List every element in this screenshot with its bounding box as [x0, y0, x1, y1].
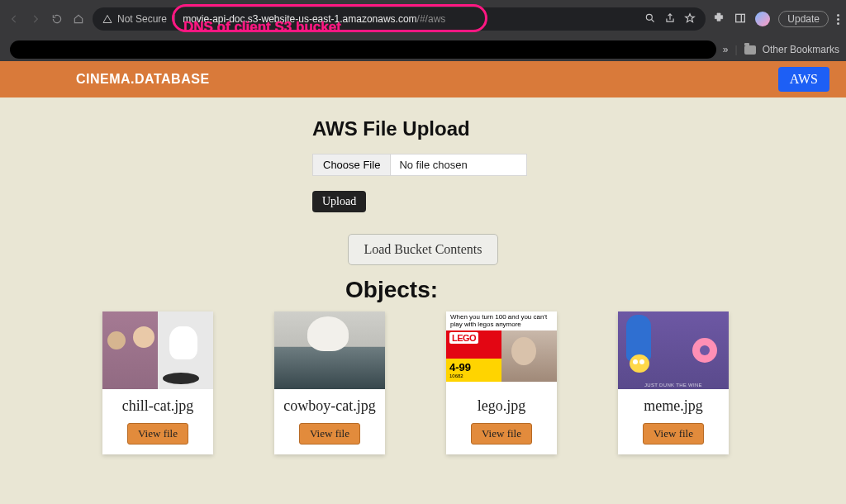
object-card: When you turn 100 and you can't play wit… — [446, 311, 557, 454]
view-file-button[interactable]: View file — [299, 423, 360, 445]
object-filename: cowboy-cat.jpg — [279, 397, 380, 415]
bookmarks-overflow-icon[interactable]: » — [723, 44, 729, 55]
view-file-button[interactable]: View file — [643, 423, 704, 445]
security-indicator[interactable]: Not Secure — [102, 13, 167, 25]
panel-icon[interactable] — [734, 12, 747, 27]
file-input[interactable]: Choose File No file chosen — [312, 154, 527, 176]
object-card: cowboy-cat.jpg View file — [274, 311, 385, 454]
meme-caption: When you turn 100 and you can't play wit… — [446, 311, 557, 330]
security-label: Not Secure — [117, 13, 167, 25]
update-button[interactable]: Update — [778, 11, 829, 27]
menu-icon[interactable] — [837, 14, 839, 25]
object-filename: lego.jpg — [451, 397, 552, 415]
page-title: AWS File Upload — [312, 117, 544, 140]
load-bucket-button[interactable]: Load Bucket Contents — [348, 234, 497, 265]
objects-heading: Objects: — [345, 277, 846, 303]
redacted-bookmarks-region — [10, 40, 716, 59]
share-icon[interactable] — [664, 12, 676, 26]
app-header: CINEMA.DATABASE AWS — [0, 61, 846, 97]
lego-set-number: 10682 — [449, 373, 471, 378]
object-filename: chill-cat.jpg — [107, 397, 208, 415]
svg-point-0 — [647, 14, 653, 20]
lego-age-range: 4-9910682 — [449, 361, 471, 378]
bookmarks-bar: » | Other Bookmarks — [0, 38, 846, 61]
page-content: AWS File Upload Choose File No file chos… — [0, 97, 846, 454]
update-label: Update — [787, 13, 820, 25]
profile-avatar[interactable] — [755, 12, 770, 26]
file-chosen-status: No file chosen — [391, 155, 475, 175]
url-host: movie-api-doc.s3-website-us-east-1.amazo… — [183, 13, 416, 25]
brand-title: CINEMA.DATABASE — [76, 72, 210, 87]
thumbnail-image: JUST DUNK THE WINE — [618, 311, 729, 389]
forward-button[interactable] — [28, 12, 43, 26]
upload-button[interactable]: Upload — [312, 191, 366, 212]
object-card: JUST DUNK THE WINE meme.jpg View file — [618, 311, 729, 454]
home-button[interactable] — [71, 12, 86, 26]
object-card: chill-cat.jpg View file — [102, 311, 213, 454]
object-filename: meme.jpg — [623, 397, 724, 415]
reload-button[interactable] — [50, 12, 64, 26]
thumbnail-image — [102, 311, 213, 389]
browser-toolbar: Not Secure | movie-api-doc.s3-website-us… — [0, 0, 846, 38]
bookmark-star-icon[interactable] — [684, 12, 696, 26]
objects-grid: chill-cat.jpg View file cowboy-cat.jpg V… — [0, 311, 846, 454]
lego-age-text: 4-99 — [449, 361, 471, 373]
aws-nav-button[interactable]: AWS — [778, 67, 829, 92]
extensions-icon[interactable] — [712, 12, 725, 27]
thumbnail-image: When you turn 100 and you can't play wit… — [446, 311, 557, 389]
address-bar[interactable]: Not Secure | movie-api-doc.s3-website-us… — [93, 7, 706, 31]
view-file-button[interactable]: View file — [127, 423, 188, 445]
lego-logo: LEGO — [449, 332, 478, 344]
view-file-button[interactable]: View file — [471, 423, 532, 445]
url-text: movie-api-doc.s3-website-us-east-1.amazo… — [183, 13, 445, 25]
back-button[interactable] — [7, 12, 21, 26]
other-bookmarks-label[interactable]: Other Bookmarks — [763, 44, 839, 55]
choose-file-button[interactable]: Choose File — [313, 155, 391, 175]
search-icon[interactable] — [644, 12, 656, 26]
svg-rect-1 — [736, 14, 745, 21]
thumbnail-image — [274, 311, 385, 389]
folder-icon[interactable] — [744, 45, 756, 55]
url-path: /#/aws — [417, 13, 446, 25]
